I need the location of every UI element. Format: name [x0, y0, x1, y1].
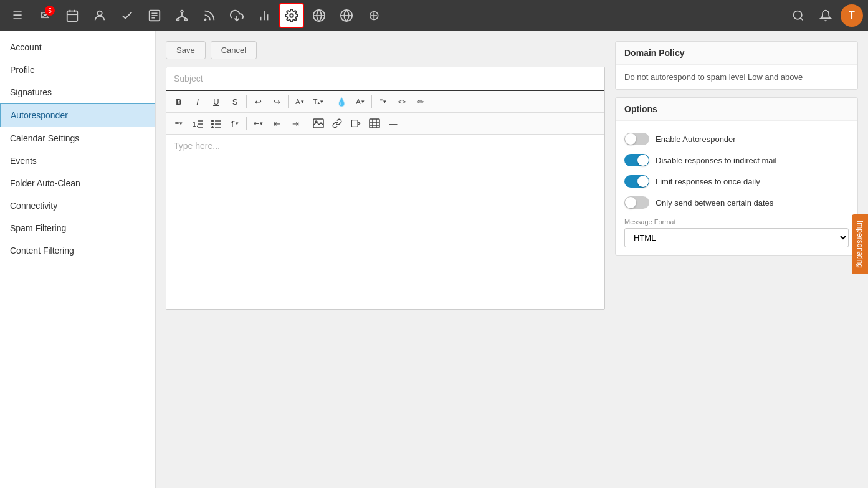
outdent-button[interactable]: ⇤	[268, 115, 285, 132]
sidebar: Account Profile Signatures Autoresponder…	[0, 31, 156, 488]
editor-box: Subject B I U S ↩ ↪ A▾ T₁▾ 💧 A▾	[166, 67, 605, 310]
svg-rect-41	[370, 119, 379, 128]
mail-icon[interactable]: ✉ 5	[32, 3, 57, 28]
search-nav-icon[interactable]	[786, 3, 811, 28]
format-toolbar-row1: B I U S ↩ ↪ A▾ T₁▾ 💧 A▾ "▾ <> ✏	[166, 91, 604, 113]
tasks-nav-icon[interactable]	[115, 3, 140, 28]
blockquote-button[interactable]: "▾	[374, 93, 392, 110]
paragraph-button[interactable]: ¶▾	[226, 115, 244, 132]
indent-right-button[interactable]: ⇥	[287, 115, 304, 132]
contacts-nav-icon[interactable]	[87, 3, 112, 28]
svg-point-33	[212, 127, 214, 128]
sidebar-item-account[interactable]: Account	[0, 36, 155, 59]
domain-policy-card: Domain Policy Do not autorespond to spam…	[615, 41, 858, 90]
limit-daily-toggle[interactable]	[624, 175, 649, 188]
sidebar-item-profile[interactable]: Profile	[0, 59, 155, 81]
globe-settings-nav-icon[interactable]	[307, 3, 331, 28]
svg-point-11	[185, 19, 188, 21]
sidebar-item-events[interactable]: Events	[0, 150, 155, 172]
font-color-button[interactable]: A▾	[351, 93, 369, 110]
save-button[interactable]: Save	[166, 41, 206, 59]
svg-point-31	[212, 120, 214, 122]
toggle-knob	[625, 133, 636, 145]
rss-nav-icon[interactable]	[197, 3, 222, 28]
disable-indirect-toggle[interactable]	[624, 154, 649, 166]
calendar-nav-icon[interactable]	[60, 3, 85, 28]
option-enable-autoresponder: Enable Autoresponder	[624, 128, 849, 150]
sidebar-item-connectivity[interactable]: Connectivity	[0, 194, 155, 217]
limit-daily-label: Limit responses to once daily	[656, 177, 760, 186]
sidebar-item-signatures[interactable]: Signatures	[0, 81, 155, 103]
svg-text:1.: 1.	[193, 120, 198, 128]
svg-point-32	[212, 123, 214, 125]
sidebar-item-spam-filtering[interactable]: Spam Filtering	[0, 217, 155, 239]
bold-button[interactable]: B	[170, 93, 188, 110]
italic-button[interactable]: I	[189, 93, 206, 110]
impersonating-tab[interactable]: Impersonating	[852, 214, 868, 274]
content-area: Save Cancel Subject B I U S ↩ ↪	[156, 31, 868, 488]
indent-button[interactable]: ⇤▾	[249, 115, 267, 132]
domain-policy-body: Do not autorespond to spam level Low and…	[616, 65, 857, 89]
brush-button[interactable]: ✏	[412, 93, 429, 110]
svg-line-14	[182, 16, 186, 19]
sidebar-item-autoresponder[interactable]: Autoresponder	[0, 103, 155, 127]
notes-nav-icon[interactable]	[142, 3, 167, 28]
action-toolbar: Save Cancel	[166, 41, 605, 59]
hamburger-menu-icon[interactable]: ☰	[5, 3, 30, 28]
toolbar-separator-4	[371, 95, 372, 108]
user-avatar[interactable]: T	[841, 4, 863, 27]
download-nav-icon[interactable]	[224, 3, 249, 28]
options-body: Enable Autoresponder Disable responses t…	[616, 121, 857, 255]
disable-indirect-label: Disable responses to indirect mail	[656, 156, 776, 165]
unordered-list-button[interactable]	[207, 115, 225, 132]
svg-rect-39	[351, 120, 358, 127]
editor-panel: Save Cancel Subject B I U S ↩ ↪	[166, 41, 605, 478]
options-title: Options	[616, 98, 857, 121]
message-format-select[interactable]: HTML Plain Text	[624, 228, 849, 247]
svg-line-13	[178, 16, 182, 19]
subject-field[interactable]: Subject	[166, 67, 604, 91]
send-dates-toggle[interactable]	[624, 196, 649, 209]
send-dates-label: Only send between certain dates	[656, 198, 773, 208]
svg-point-25	[794, 11, 802, 19]
editor-body[interactable]: Type here...	[166, 135, 604, 309]
sidebar-item-content-filtering[interactable]: Content Filtering	[0, 239, 155, 262]
insert-video-button[interactable]	[347, 115, 365, 132]
top-navigation: ☰ ✉ 5 ⊕ T	[0, 0, 868, 31]
ordered-list-button[interactable]: 1.	[189, 115, 206, 132]
sidebar-item-calendar-settings[interactable]: Calendar Settings	[0, 127, 155, 150]
svg-point-15	[205, 19, 206, 21]
font-size-button[interactable]: A▾	[291, 93, 308, 110]
toggle-knob-4	[625, 197, 636, 208]
bell-nav-icon[interactable]	[813, 3, 838, 28]
sidebar-item-folder-auto-clean[interactable]: Folder Auto-Clean	[0, 172, 155, 194]
undo-button[interactable]: ↩	[249, 93, 267, 110]
settings-nav-icon[interactable]	[279, 3, 304, 28]
right-panel: Domain Policy Do not autorespond to spam…	[615, 41, 858, 478]
underline-button[interactable]: U	[207, 93, 225, 110]
domain-policy-title: Domain Policy	[616, 42, 857, 65]
add-nav-icon[interactable]: ⊕	[361, 3, 386, 28]
org-nav-icon[interactable]	[169, 3, 194, 28]
code-button[interactable]: <>	[393, 93, 411, 110]
main-layout: Account Profile Signatures Autoresponder…	[0, 31, 868, 488]
align-button[interactable]: ≡▾	[170, 115, 188, 132]
redo-button[interactable]: ↪	[268, 93, 285, 110]
subject-placeholder: Subject	[174, 74, 203, 84]
insert-table-button[interactable]	[366, 115, 383, 132]
svg-rect-0	[67, 11, 78, 21]
text-style-button[interactable]: T₁▾	[310, 93, 327, 110]
hr-button[interactable]: —	[384, 115, 402, 132]
option-limit-daily: Limit responses to once daily	[624, 171, 849, 192]
highlight-color-button[interactable]: 💧	[333, 93, 350, 110]
globe2-nav-icon[interactable]	[334, 3, 359, 28]
enable-autoresponder-label: Enable Autoresponder	[656, 135, 736, 144]
cancel-button[interactable]: Cancel	[211, 41, 257, 59]
chart-nav-icon[interactable]	[252, 3, 277, 28]
domain-policy-text: Do not autorespond to spam level Low and…	[624, 72, 849, 82]
enable-autoresponder-toggle[interactable]	[624, 133, 649, 145]
strikethrough-button[interactable]: S	[226, 93, 244, 110]
svg-point-20	[290, 14, 293, 17]
insert-link-button[interactable]	[328, 115, 346, 132]
insert-image-button[interactable]	[310, 115, 327, 132]
